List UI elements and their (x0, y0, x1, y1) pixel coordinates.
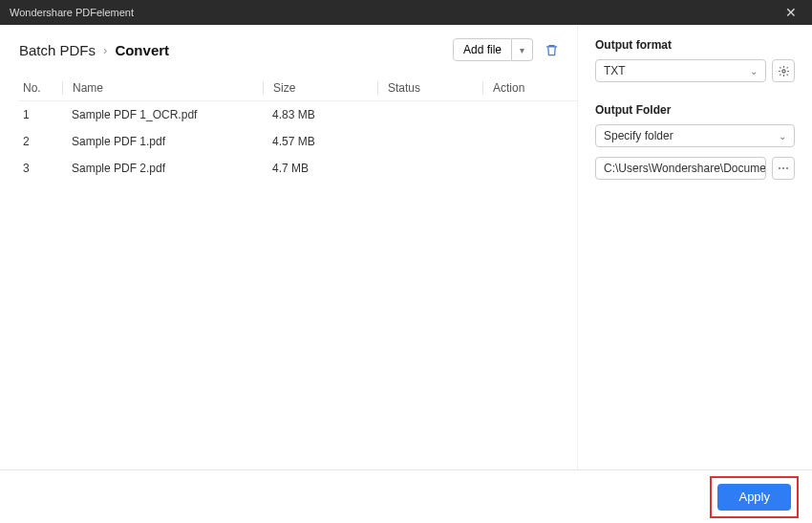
right-panel: Output format TXT ⌄ Output Folder Specif… (578, 25, 812, 469)
add-file-dropdown[interactable]: ▾ (512, 38, 533, 61)
breadcrumb: Batch PDFs › Convert (19, 42, 169, 58)
cell-name: Sample PDF 2.pdf (62, 162, 263, 175)
apply-highlight: Apply (710, 476, 799, 518)
toolbar-controls: Add file ▾ (453, 38, 560, 61)
output-folder-label: Output Folder (595, 103, 795, 117)
svg-point-0 (781, 69, 784, 72)
breadcrumb-current: Convert (115, 42, 169, 58)
footer: Apply (0, 469, 812, 523)
chevron-right-icon: › (103, 43, 107, 57)
chevron-down-icon: ⌄ (779, 131, 786, 142)
output-folder-path-input[interactable]: C:\Users\Wondershare\Documents (595, 157, 766, 180)
output-folder-path-value: C:\Users\Wondershare\Documents (604, 162, 766, 175)
table-row[interactable]: 2 Sample PDF 1.pdf 4.57 MB (19, 128, 577, 155)
file-table: No. Name Size Status Action 1 Sample PDF… (19, 75, 577, 182)
apply-button[interactable]: Apply (717, 484, 791, 511)
cell-size: 4.57 MB (263, 135, 377, 148)
ellipsis-icon: ⋯ (778, 162, 789, 175)
settings-button[interactable] (772, 59, 795, 82)
header-row: Batch PDFs › Convert Add file ▾ (19, 38, 577, 61)
breadcrumb-parent[interactable]: Batch PDFs (19, 42, 96, 58)
cell-no: 3 (19, 162, 62, 175)
output-format-value: TXT (604, 64, 626, 77)
output-folder-mode-value: Specify folder (604, 129, 673, 142)
th-status: Status (377, 81, 482, 95)
th-size: Size (263, 81, 377, 95)
apply-label: Apply (738, 490, 770, 504)
output-format-label: Output format (595, 38, 795, 52)
chevron-down-icon: ▾ (520, 45, 524, 55)
cell-no: 1 (19, 108, 62, 121)
titlebar: Wondershare PDFelement ✕ (0, 0, 812, 25)
th-name: Name (62, 81, 263, 95)
gear-icon (778, 65, 790, 77)
chevron-down-icon: ⌄ (750, 66, 758, 76)
close-icon[interactable]: ✕ (780, 3, 802, 22)
content-area: Batch PDFs › Convert Add file ▾ (0, 25, 812, 469)
cell-no: 2 (19, 135, 62, 148)
left-panel: Batch PDFs › Convert Add file ▾ (0, 25, 578, 469)
output-format-select[interactable]: TXT ⌄ (595, 59, 766, 82)
browse-button[interactable]: ⋯ (772, 157, 795, 180)
table-row[interactable]: 1 Sample PDF 1_OCR.pdf 4.83 MB (19, 101, 577, 128)
cell-name: Sample PDF 1.pdf (62, 135, 263, 148)
window-title: Wondershare PDFelement (10, 7, 134, 18)
add-file-group: Add file ▾ (453, 38, 533, 61)
th-action: Action (482, 81, 549, 95)
cell-size: 4.83 MB (263, 108, 377, 121)
add-file-label: Add file (463, 43, 502, 56)
trash-icon[interactable] (543, 41, 560, 58)
add-file-button[interactable]: Add file (453, 38, 512, 61)
cell-name: Sample PDF 1_OCR.pdf (62, 108, 263, 121)
table-header: No. Name Size Status Action (19, 75, 577, 101)
th-no: No. (19, 81, 62, 95)
table-row[interactable]: 3 Sample PDF 2.pdf 4.7 MB (19, 155, 577, 182)
cell-size: 4.7 MB (263, 162, 377, 175)
output-folder-mode-select[interactable]: Specify folder ⌄ (595, 124, 795, 147)
